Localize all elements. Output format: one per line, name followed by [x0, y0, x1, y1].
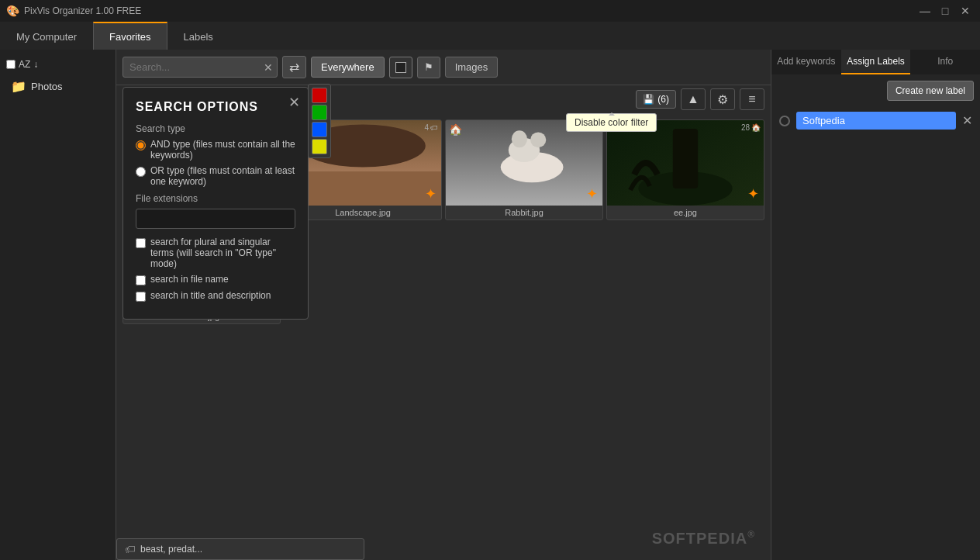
orange-star-landscape: ✦: [425, 185, 437, 202]
label-item-softpedia: ✕: [771, 107, 980, 134]
plural-checkbox-item: search for plural and singular terms (wi…: [136, 237, 295, 269]
image-label-tree: ee.jpg: [607, 206, 764, 220]
badge-num: 28: [741, 123, 750, 132]
right-tab-bar: Add keywords Assign Labels Info: [771, 50, 980, 74]
color-dropdown: [308, 84, 331, 158]
and-type-label: AND type (files must contain all the key…: [150, 139, 295, 161]
sidebar-folder-label: Photos: [31, 81, 62, 92]
color-option-yellow[interactable]: [312, 139, 327, 154]
create-label-btn-label: Create new label: [895, 85, 965, 96]
color-option-red[interactable]: [312, 88, 327, 103]
images-label: Images: [455, 61, 488, 73]
tab-info[interactable]: Info: [910, 50, 980, 74]
upload-icon: ▲: [687, 92, 699, 106]
image-badge-tree: 28 🏠: [741, 123, 761, 132]
search-input-wrap: ✕: [122, 57, 278, 78]
bottom-tag-icon: 🏷: [125, 543, 136, 555]
registered-mark: ®: [747, 529, 755, 540]
label-close-button[interactable]: ✕: [962, 113, 972, 128]
create-new-label-button[interactable]: Create new label: [887, 81, 974, 101]
svg-point-12: [530, 132, 546, 147]
sidebar-sort-controls: AZ ↓: [6, 56, 109, 73]
app-title-text: PixVis Organizer 1.00 FREE: [24, 5, 141, 16]
save-button[interactable]: 💾 (6): [636, 90, 676, 109]
label-radio-softpedia[interactable]: [779, 116, 790, 126]
color-option-green[interactable]: [312, 105, 327, 120]
tab-labels-label: Labels: [184, 31, 213, 43]
title-desc-checkbox-item: search in title and description: [136, 290, 295, 302]
assign-labels-label: Assign Labels: [847, 56, 905, 67]
plural-checkbox[interactable]: [136, 238, 146, 248]
star-count: 4: [424, 123, 429, 132]
folder-icon: 📁: [11, 79, 26, 94]
search-bar: ✕ ⇄ Everywhere ⚑ Images: [116, 50, 771, 85]
tab-add-keywords[interactable]: Add keywords: [771, 50, 841, 74]
label-name-input[interactable]: [796, 112, 956, 130]
search-clear-icon[interactable]: ✕: [264, 61, 273, 74]
color-swatch: [395, 62, 406, 73]
everywhere-button[interactable]: Everywhere: [311, 57, 385, 78]
close-button[interactable]: ✕: [957, 2, 974, 19]
sidebar-checkbox[interactable]: [6, 60, 16, 69]
search-options-popup: ✕ SEARCH OPTIONS Search type AND type (f…: [122, 87, 309, 320]
search-options-button[interactable]: ⇄: [282, 56, 306, 78]
filename-checkbox[interactable]: [136, 275, 146, 285]
plural-label: search for plural and singular terms (wi…: [150, 237, 295, 269]
list-button[interactable]: ≡: [740, 88, 764, 110]
minimize-button[interactable]: —: [916, 2, 933, 19]
tab-favorites-label: Favorites: [109, 31, 150, 43]
orange-star-rabbit: ✦: [586, 185, 598, 202]
softpedia-watermark: SOFTPEDIA®: [652, 529, 755, 548]
image-thumb-tree: [607, 120, 764, 206]
tab-my-computer-label: My Computer: [16, 31, 77, 43]
maximize-button[interactable]: □: [937, 2, 954, 19]
sidebar-item-photos[interactable]: 📁 Photos: [6, 76, 109, 97]
watermark-text: SOFTPEDIA: [652, 530, 747, 547]
or-type-radio[interactable]: [136, 167, 146, 177]
title-desc-label: search in title and description: [150, 290, 271, 301]
home-icon: 🏠: [751, 123, 761, 132]
svg-point-11: [512, 130, 527, 147]
flag-button[interactable]: ⚑: [417, 57, 440, 78]
filename-label: search in file name: [150, 274, 229, 285]
images-button[interactable]: Images: [445, 57, 499, 78]
content-area: AZ ↓ 📁 Photos ✕ ⇄ Everywhere ⚑: [0, 50, 980, 560]
file-ext-label: File extensions: [136, 193, 295, 204]
image-badge-landscape: 4 🏷: [424, 123, 438, 132]
list-icon: ≡: [748, 92, 755, 106]
tab-favorites[interactable]: Favorites: [93, 22, 167, 50]
home-icon-rabbit: 🏠: [449, 123, 462, 136]
color-option-blue[interactable]: [312, 122, 327, 137]
save-count: (6): [657, 94, 669, 105]
app-icon: 🎨: [6, 5, 19, 17]
or-type-radio-item: OR type (files must contain at least one…: [136, 165, 295, 187]
tab-assign-labels[interactable]: Assign Labels: [841, 50, 911, 74]
gear-icon: ⚙: [717, 92, 728, 107]
tag-icon: 🏷: [430, 123, 438, 132]
right-tab-btn-area: Create new label: [771, 74, 980, 107]
settings-button[interactable]: ⚙: [710, 88, 735, 110]
everywhere-label: Everywhere: [321, 61, 374, 73]
title-bar: 🎨 PixVis Organizer 1.00 FREE — □ ✕: [0, 0, 980, 22]
file-ext-input[interactable]: [136, 209, 295, 229]
image-cell-rabbit[interactable]: 4 🏷 🏠 ✦ Rabbit.jpg: [445, 119, 603, 220]
search-type-label: Search type: [136, 123, 295, 134]
title-desc-checkbox[interactable]: [136, 292, 146, 302]
add-keywords-label: Add keywords: [777, 56, 835, 67]
and-type-radio-item: AND type (files must contain all the key…: [136, 139, 295, 161]
tab-labels[interactable]: Labels: [167, 22, 229, 50]
image-cell-tree[interactable]: 28 🏠 ✦ ee.jpg: [606, 119, 764, 220]
main-tab-bar: My Computer Favorites Labels: [0, 22, 980, 50]
popup-close-button[interactable]: ✕: [288, 94, 300, 111]
and-type-radio[interactable]: [136, 140, 146, 150]
tab-my-computer[interactable]: My Computer: [0, 22, 93, 50]
bottom-bar: 🏷 beast, predat...: [116, 538, 364, 560]
filename-checkbox-item: search in file name: [136, 274, 295, 285]
search-input[interactable]: [122, 57, 278, 78]
color-filter-button[interactable]: [389, 57, 412, 78]
sort-az-icon: AZ: [19, 59, 30, 70]
or-type-label: OR type (files must contain at least one…: [150, 165, 295, 187]
sort-direction-icon: ↓: [33, 59, 38, 70]
upload-button[interactable]: ▲: [681, 88, 706, 110]
popup-title: SEARCH OPTIONS: [136, 100, 295, 114]
